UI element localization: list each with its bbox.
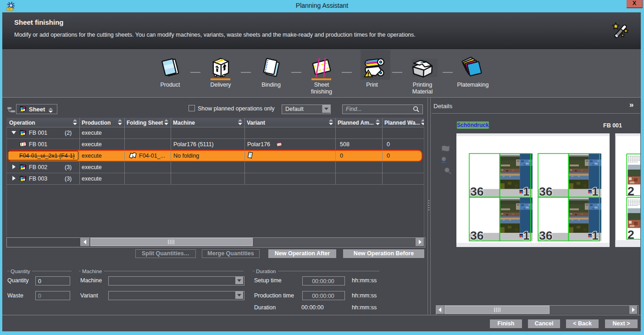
svg-text:36: 36 — [470, 185, 483, 198]
svg-text:1: 1 — [523, 185, 530, 198]
